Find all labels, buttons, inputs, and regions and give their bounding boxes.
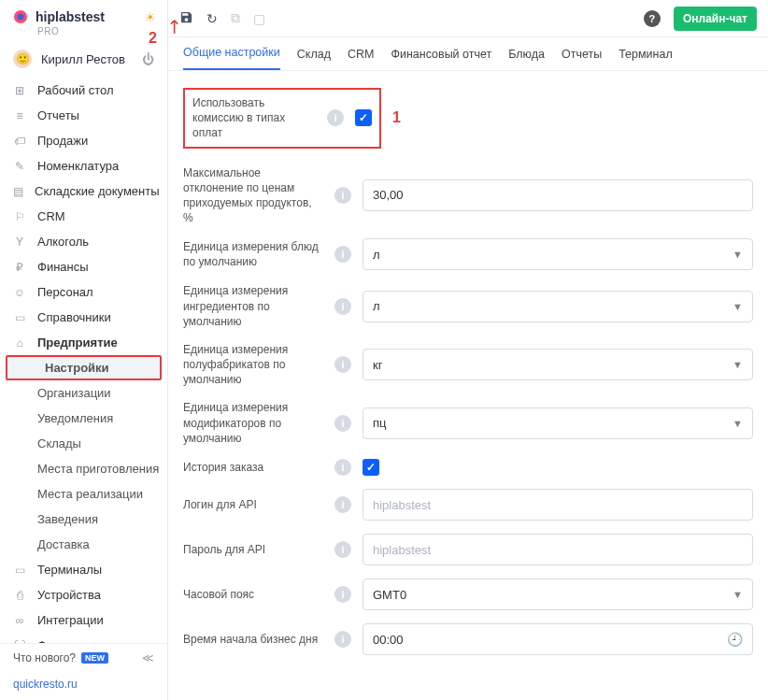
info-icon[interactable]: i [334, 541, 351, 558]
tab-3[interactable]: Финансовый отчет [391, 48, 491, 70]
select-unit-semi[interactable]: кг▼ [363, 349, 753, 380]
copy-icon[interactable]: ⧉ [231, 10, 240, 26]
sidebar-item-2[interactable]: 🏷Продажи [0, 128, 167, 153]
nav-icon: ✎ [13, 160, 26, 173]
label-api-pass: Пароль для API [183, 542, 323, 557]
info-icon[interactable]: i [327, 109, 344, 126]
display-icon[interactable]: ▢ [253, 11, 265, 26]
select-timezone[interactable]: GMT0▼ [363, 579, 753, 610]
sidebar-item-4[interactable]: ▤Складские документы [0, 179, 167, 204]
sidebar-item-label: Доставка [37, 537, 90, 551]
sidebar-item-label: Организации [37, 386, 111, 400]
annotation-2: 2 [149, 30, 157, 47]
tab-5[interactable]: Отчеты [562, 48, 602, 70]
nav-icon: ▭ [13, 564, 26, 577]
nav-icon: ≡ [13, 109, 26, 122]
tab-2[interactable]: CRM [348, 48, 374, 70]
sidebar-item-label: Склады [37, 436, 81, 450]
nav-icon: ⊞ [13, 84, 26, 97]
online-chat-button[interactable]: Онлайн-чат [674, 7, 757, 31]
sidebar-item-label: Рабочий стол [37, 83, 114, 97]
collapse-icon[interactable]: ≪ [142, 651, 154, 664]
checkbox-history[interactable]: ✓ [363, 459, 379, 476]
info-icon[interactable]: i [334, 631, 351, 648]
whats-new-link[interactable]: Что нового? [13, 651, 76, 664]
sidebar-item-12[interactable]: Организации [0, 380, 167, 406]
chevron-down-icon: ▼ [732, 359, 743, 370]
logo-icon [13, 9, 28, 24]
sidebar-item-21[interactable]: ∞Интеграции [0, 607, 167, 633]
nav-icon: ₽ [13, 261, 26, 274]
tabs: Общие настройкиСкладCRMФинансовый отчетБ… [168, 37, 768, 71]
row-commission: Использовать комиссию в типах оплат i ✓ … [183, 88, 753, 149]
sidebar-item-10[interactable]: ⌂Предприятие [0, 330, 167, 355]
input-api-login[interactable]: hiplabstest [363, 489, 753, 521]
sidebar-item-18[interactable]: Доставка [0, 532, 167, 557]
brand-tier: PRO [0, 26, 167, 36]
annotation-1: 1 [392, 109, 401, 126]
tab-1[interactable]: Склад [297, 48, 331, 70]
sidebar-item-17[interactable]: Заведения [0, 507, 167, 532]
info-icon[interactable]: i [334, 356, 351, 373]
power-icon[interactable]: ⏻ [142, 52, 154, 66]
refresh-icon[interactable]: ↻ [206, 11, 218, 26]
sidebar-item-22[interactable]: ⛶Франшиза [0, 633, 167, 643]
chevron-down-icon: ▼ [732, 418, 743, 429]
nav-icon: ▭ [13, 311, 26, 324]
sidebar-item-13[interactable]: Уведомления [0, 406, 167, 431]
sidebar-item-6[interactable]: YАлкоголь [0, 229, 167, 254]
sidebar-item-16[interactable]: Места реализации [0, 481, 167, 507]
row-history: История заказа i ✓ [183, 459, 753, 476]
row-bizday: Время начала бизнес дня i 00:00🕘 [183, 623, 753, 655]
info-icon[interactable]: i [334, 496, 351, 513]
input-bizday[interactable]: 00:00🕘 [363, 623, 753, 655]
nav-icon: ⎙ [13, 589, 26, 602]
sidebar-item-label: Персонал [37, 285, 93, 299]
label-history: История заказа [183, 460, 323, 475]
sidebar-item-1[interactable]: ≡Отчеты [0, 103, 167, 128]
tab-0[interactable]: Общие настройки [183, 46, 280, 70]
user-name: Кирилл Рестов [41, 52, 133, 66]
info-icon[interactable]: i [334, 187, 351, 204]
sidebar-item-3[interactable]: ✎Номенклатура [0, 153, 167, 179]
input-deviation[interactable]: 30,00 [363, 179, 753, 211]
info-icon[interactable]: i [334, 246, 351, 263]
info-icon[interactable]: i [334, 298, 351, 315]
row-deviation: Максимальное отклонение по ценам приходу… [183, 165, 753, 226]
label-timezone: Часовой пояс [183, 587, 323, 602]
sidebar-item-label: Складские документы [35, 184, 160, 198]
svg-point-1 [18, 14, 24, 21]
sidebar-item-11[interactable]: Настройки [6, 355, 162, 380]
nav-icon: ▤ [13, 185, 23, 198]
checkbox-commission[interactable]: ✓ [355, 109, 372, 126]
sidebar-items: ⊞Рабочий стол≡Отчеты🏷Продажи✎Номенклатур… [0, 78, 167, 643]
input-api-pass[interactable]: hiplabstest [363, 534, 753, 565]
sidebar-item-14[interactable]: Склады [0, 431, 167, 456]
sidebar-item-8[interactable]: ☺Персонал [0, 279, 167, 305]
nav-icon: ⚐ [13, 210, 26, 223]
sidebar-item-20[interactable]: ⎙Устройства [0, 582, 167, 607]
info-icon[interactable]: i [334, 415, 351, 432]
info-icon[interactable]: i [334, 459, 351, 476]
help-icon[interactable]: ? [644, 10, 661, 27]
sidebar-item-label: Продажи [37, 134, 88, 148]
theme-icon[interactable]: ☀ [145, 10, 156, 24]
settings-form: Использовать комиссию в типах оплат i ✓ … [168, 71, 768, 700]
select-unit-ing[interactable]: л▼ [363, 291, 753, 322]
select-unit-mod[interactable]: пц▼ [363, 407, 753, 439]
sidebar-item-5[interactable]: ⚐CRM [0, 204, 167, 229]
select-unit-dish[interactable]: л▼ [363, 238, 753, 270]
label-api-login: Логин для API [183, 497, 323, 512]
sidebar-item-0[interactable]: ⊞Рабочий стол [0, 78, 167, 103]
chevron-down-icon: ▼ [732, 301, 743, 312]
site-link[interactable]: quickresto.ru [0, 672, 167, 700]
sidebar-item-15[interactable]: Места приготовления [0, 456, 167, 481]
info-icon[interactable]: i [334, 586, 351, 603]
row-timezone: Часовой пояс i GMT0▼ [183, 579, 753, 610]
sidebar-item-7[interactable]: ₽Финансы [0, 254, 167, 279]
tab-4[interactable]: Блюда [508, 48, 545, 70]
tab-6[interactable]: Терминал [619, 48, 673, 70]
sidebar-item-19[interactable]: ▭Терминалы [0, 557, 167, 582]
nav-icon: ⌂ [13, 336, 26, 350]
sidebar-item-9[interactable]: ▭Справочники [0, 305, 167, 330]
